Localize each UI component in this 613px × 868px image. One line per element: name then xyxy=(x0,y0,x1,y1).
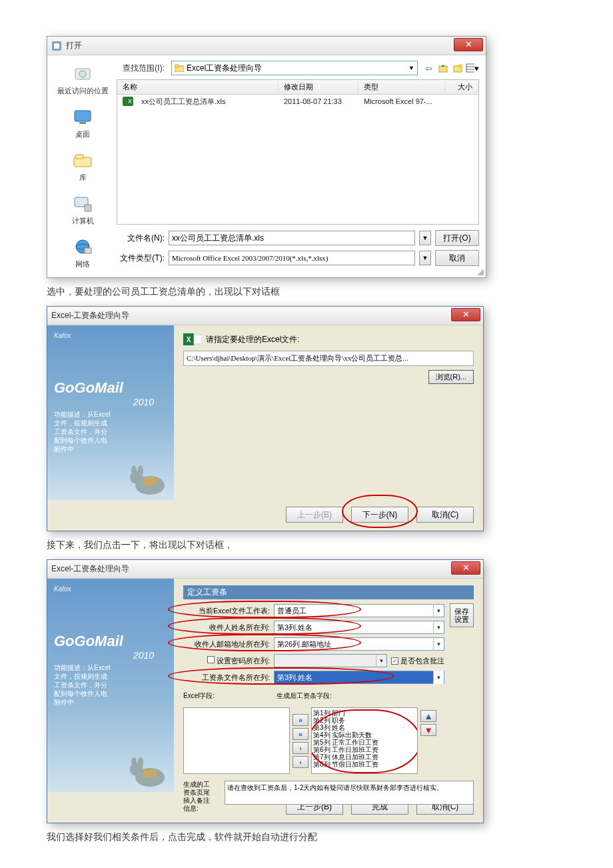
group-title: 定义工资条 xyxy=(183,585,474,599)
move-right-button[interactable]: › xyxy=(293,742,308,754)
svg-rect-12 xyxy=(85,248,91,253)
svg-point-23 xyxy=(131,465,137,476)
move-up-button[interactable]: ▲ xyxy=(420,710,436,722)
up-icon[interactable] xyxy=(436,61,450,75)
svg-rect-9 xyxy=(85,205,91,211)
titlebar: 打开 ✕ xyxy=(47,37,486,55)
place-library[interactable]: 库 xyxy=(72,150,93,183)
wizard-step2: Excel-工资条处理向导 ✕ Kafox GoGoMail 2010 功能描述… xyxy=(47,559,484,823)
close-button[interactable]: ✕ xyxy=(454,38,483,51)
back-icon[interactable]: ⇦ xyxy=(422,61,435,75)
file-row[interactable]: Xxx公司员工工资总清单.xls 2011-08-07 21:33 Micros… xyxy=(117,95,478,108)
chevron-down-icon[interactable]: ▼ xyxy=(408,65,414,71)
mail-col-select[interactable]: 第26列.邮箱地址▼ xyxy=(274,637,444,651)
file-open-dialog: 打开 ✕ 最近访问的位置 桌面 库 计算机 网络 xyxy=(47,36,486,278)
app-icon xyxy=(51,41,62,51)
resize-grip[interactable] xyxy=(476,268,484,276)
doc-paragraph-2: 接下来，我们点击一下，将出现以下对话框， xyxy=(47,539,566,551)
library-icon xyxy=(72,150,93,171)
wizard-side-banner: Kafox GoGoMail 2010 功能描述：从Excel 文件，按规则生成… xyxy=(47,325,174,500)
excel-icon: X xyxy=(183,332,202,347)
back-button: 上一步(B) xyxy=(286,507,343,523)
save-settings-button[interactable]: 保存 设置 xyxy=(450,603,474,627)
look-in-combo[interactable]: Excel工资条处理向导 ▼ xyxy=(171,61,418,75)
recent-icon xyxy=(72,63,93,85)
open-button[interactable]: 打开(O) xyxy=(435,230,479,246)
svg-rect-7 xyxy=(75,155,83,159)
move-all-right-button[interactable]: » xyxy=(293,714,308,726)
chevron-down-icon: ▼ xyxy=(433,604,444,617)
list-item[interactable]: 第8列 节假日加班工资 xyxy=(313,761,416,768)
remark-checkbox[interactable]: ✓是否包含批注 xyxy=(391,656,444,666)
folder-icon xyxy=(175,64,184,72)
list-item[interactable]: 第2列 职务 xyxy=(313,717,416,724)
wizard-step1: Excel-工资条处理向导 ✕ Kafox GoGoMail 2010 功能描述… xyxy=(47,306,484,531)
new-folder-icon[interactable] xyxy=(451,61,464,75)
cancel-button[interactable]: 取消(C) xyxy=(416,507,474,523)
place-computer[interactable]: 计算机 xyxy=(72,193,94,226)
place-network[interactable]: 网络 xyxy=(72,237,93,269)
file-name-label: 文件名(N): xyxy=(117,233,165,244)
col-date[interactable]: 修改日期 xyxy=(279,82,358,92)
view-icon[interactable]: ▾ xyxy=(466,61,479,75)
file-list[interactable]: 名称 修改日期 类型 大小 Xxx公司员工工资总清单.xls 2011-08-0… xyxy=(117,79,479,225)
cancel-button[interactable]: 取消 xyxy=(435,250,479,266)
pwd-col-select[interactable]: ▼ xyxy=(274,654,387,667)
window-title: Excel-工资条处理向导 xyxy=(51,563,129,575)
network-icon xyxy=(72,237,93,258)
footer-note-textarea[interactable]: 请在查收到工资条后，1-2天内如有疑问请尽快联系财务部李杏进行核实。 xyxy=(225,781,474,805)
worksheet-select[interactable]: 普通员工▼ xyxy=(274,604,444,617)
next-button[interactable]: 下一步(N) xyxy=(351,507,408,523)
toolbar-icons: ⇦ ▾ xyxy=(422,61,479,75)
chevron-down-icon[interactable]: ▼ xyxy=(419,231,431,245)
col-type[interactable]: 类型 xyxy=(358,82,445,92)
prompt-row: X 请指定要处理的Excel文件: xyxy=(183,332,474,347)
svg-point-3 xyxy=(79,71,86,77)
col-size[interactable]: 大小 xyxy=(445,82,478,92)
place-recent[interactable]: 最近访问的位置 xyxy=(57,63,109,96)
move-all-left-button[interactable]: « xyxy=(293,728,308,740)
list-item[interactable]: 第4列 实际出勤天数 xyxy=(313,731,416,739)
close-button[interactable]: ✕ xyxy=(451,308,480,321)
list-item[interactable]: 第3列 姓名 xyxy=(313,724,416,731)
places-bar: 最近访问的位置 桌面 库 计算机 网络 xyxy=(54,61,111,269)
source-fields-list[interactable] xyxy=(183,707,290,774)
file-name-input[interactable]: xx公司员工工资总清单.xls xyxy=(169,231,415,245)
svg-rect-5 xyxy=(79,122,86,124)
svg-rect-14 xyxy=(175,65,179,67)
filename-col-select[interactable]: 第3列.姓名▼ xyxy=(274,671,444,684)
target-fields-list[interactable]: 第1列 部门第2列 职务第3列 姓名第4列 实际出勤天数第5列 正常工作日工资第… xyxy=(311,707,418,774)
excel-path-input[interactable]: C:\Users\djhai\Desktop\演示\Excel工资条处理向导\x… xyxy=(183,351,474,366)
file-type-label: 文件类型(T): xyxy=(117,253,165,264)
chevron-down-icon: ▼ xyxy=(433,671,444,684)
move-left-button[interactable]: ‹ xyxy=(293,756,308,768)
wizard-side-banner: Kafox GoGoMail 2010 功能描述：从Excel 文件，按规则生成… xyxy=(47,579,174,792)
file-type-input[interactable]: Microsoft Office Excel 2003/2007/2010(*.… xyxy=(169,251,415,265)
doc-paragraph-1: 选中，要处理的公司员工工资总清单的，出现以下对话框 xyxy=(47,286,566,298)
chevron-down-icon[interactable]: ▼ xyxy=(419,251,431,265)
window-title: Excel-工资条处理向导 xyxy=(51,310,129,321)
doc-paragraph-3: 我们选择好我们相关条件后，点击完成，软件就开始自动进行分配 xyxy=(47,831,566,843)
svg-point-17 xyxy=(458,64,462,68)
place-desktop[interactable]: 桌面 xyxy=(72,107,93,139)
svg-rect-15 xyxy=(439,66,447,72)
name-col-select[interactable]: 第3列.姓名▼ xyxy=(274,621,444,634)
list-item[interactable]: 第1列 部门 xyxy=(313,709,416,717)
desktop-icon xyxy=(72,107,93,128)
list-item[interactable]: 第6列 工作日加班工资 xyxy=(313,746,416,753)
svg-point-32 xyxy=(138,757,143,768)
browse-button[interactable]: 浏览(R)... xyxy=(428,370,474,384)
svg-rect-18 xyxy=(466,64,474,72)
computer-icon xyxy=(72,193,93,215)
look-in-label: 查找范围(I): xyxy=(117,63,165,74)
place-label: 最近访问的位置 xyxy=(57,86,109,96)
list-item[interactable]: 第5列 正常工作日工资 xyxy=(313,739,416,746)
svg-rect-1 xyxy=(54,43,59,49)
list-item[interactable]: 第7列 休息日加班工资 xyxy=(313,753,416,761)
close-button[interactable]: ✕ xyxy=(451,561,480,575)
svg-rect-33 xyxy=(143,769,157,777)
svg-rect-4 xyxy=(75,111,91,121)
password-checkbox[interactable] xyxy=(207,656,215,663)
col-name[interactable]: 名称 xyxy=(117,82,279,92)
move-down-button[interactable]: ▼ xyxy=(420,724,436,736)
